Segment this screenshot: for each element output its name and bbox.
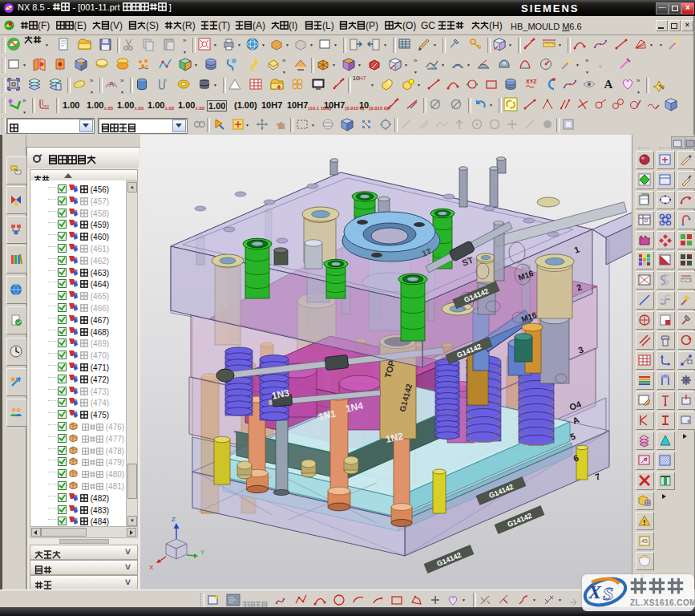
- svg-text:XYZ: XYZ: [526, 79, 537, 84]
- svg-text:45: 45: [641, 538, 648, 544]
- svg-text:X: X: [588, 582, 602, 602]
- svg-text:A: A: [109, 80, 114, 88]
- svg-text:S: S: [603, 583, 613, 604]
- svg-text:Y: Y: [200, 549, 205, 556]
- svg-text:A: A: [604, 78, 613, 91]
- svg-text:X: X: [149, 564, 154, 571]
- svg-text:Z: Z: [172, 516, 176, 523]
